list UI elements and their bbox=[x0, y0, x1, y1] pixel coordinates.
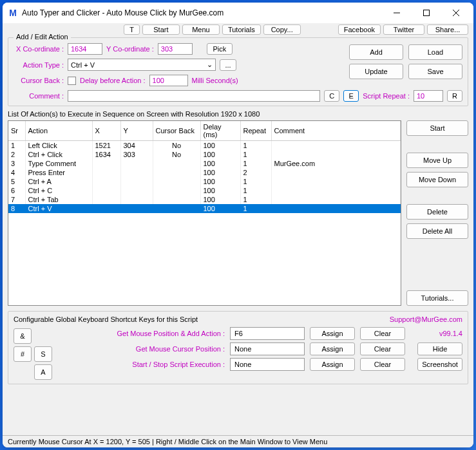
delay-input[interactable] bbox=[149, 75, 188, 86]
screenshot-button[interactable]: Screenshot bbox=[417, 358, 462, 371]
cell-x bbox=[92, 177, 120, 186]
table-row[interactable]: 5Ctrl + A1001 bbox=[8, 177, 401, 186]
tutorials-button[interactable]: Tutorials... bbox=[406, 290, 468, 306]
app-window: M Auto Typer and Clicker - Auto Mouse Cl… bbox=[3, 3, 473, 447]
add-button[interactable]: Add bbox=[349, 44, 403, 60]
th-sr[interactable]: Sr bbox=[8, 121, 25, 141]
cell-repeat: 1 bbox=[240, 204, 271, 213]
delete-all-button[interactable]: Delete All bbox=[406, 223, 468, 239]
table-row[interactable]: 7Ctrl + Tab1001 bbox=[8, 195, 401, 204]
maximize-button[interactable] bbox=[412, 3, 441, 23]
move-up-button[interactable]: Move Up bbox=[406, 153, 468, 168]
window-title: Auto Typer and Clicker - Auto Mouse Clic… bbox=[22, 8, 382, 17]
minimize-button[interactable] bbox=[382, 3, 412, 23]
sc2-assign[interactable]: Assign bbox=[310, 342, 355, 355]
cell-x bbox=[92, 204, 120, 213]
titlebar[interactable]: M Auto Typer and Clicker - Auto Mouse Cl… bbox=[3, 3, 473, 23]
cell-sr: 3 bbox=[8, 159, 25, 168]
x-label: X Co-ordinate : bbox=[14, 45, 64, 53]
cell-action: Ctrl + Click bbox=[25, 150, 92, 159]
table-row[interactable]: 3Type Comment1001MurGee.com bbox=[8, 159, 401, 168]
update-button[interactable]: Update bbox=[349, 64, 403, 79]
th-comment[interactable]: Comment bbox=[271, 121, 401, 141]
th-y[interactable]: Y bbox=[120, 121, 153, 141]
table-row[interactable]: 2Ctrl + Click1634303No1001 bbox=[8, 150, 401, 159]
sc1-input[interactable] bbox=[230, 327, 305, 340]
table-row[interactable]: 4Press Enter1002 bbox=[8, 168, 401, 177]
cell-y: 303 bbox=[120, 150, 153, 159]
load-button[interactable]: Load bbox=[408, 44, 462, 60]
move-down-button[interactable]: Move Down bbox=[406, 172, 468, 187]
hash-button[interactable]: # bbox=[14, 346, 32, 362]
cell-cb bbox=[153, 204, 200, 213]
sc1-assign[interactable]: Assign bbox=[310, 327, 355, 340]
cell-sr: 7 bbox=[8, 195, 25, 204]
close-button[interactable] bbox=[441, 3, 471, 23]
r-button[interactable]: R bbox=[447, 90, 462, 102]
table-row[interactable]: 8Ctrl + V1001 bbox=[8, 204, 401, 213]
version-label: v99.1.4 bbox=[439, 330, 462, 337]
x-input[interactable] bbox=[68, 43, 102, 55]
cell-x: 1634 bbox=[92, 150, 120, 159]
menu-button[interactable]: Menu bbox=[182, 24, 220, 35]
hide-button[interactable]: Hide bbox=[417, 342, 462, 355]
t-button[interactable]: T bbox=[124, 24, 140, 35]
y-input[interactable] bbox=[158, 43, 193, 55]
action-table[interactable]: Sr Action X Y Cursor Back Delay (ms) Rep… bbox=[8, 120, 401, 306]
e-button[interactable]: E bbox=[343, 90, 359, 102]
sc2-input[interactable] bbox=[230, 342, 305, 355]
save-button[interactable]: Save bbox=[408, 64, 462, 79]
cell-delay: 100 bbox=[200, 150, 240, 159]
cell-cb: No bbox=[153, 150, 200, 159]
start-tb-button[interactable]: Start bbox=[142, 24, 180, 35]
start-button[interactable]: Start bbox=[406, 120, 468, 136]
th-repeat[interactable]: Repeat bbox=[240, 121, 271, 141]
cell-cb bbox=[153, 195, 200, 204]
cell-delay: 100 bbox=[200, 159, 240, 168]
cell-cb: No bbox=[153, 141, 200, 151]
sc2-clear[interactable]: Clear bbox=[360, 342, 405, 355]
th-cursor-back[interactable]: Cursor Back bbox=[153, 121, 200, 141]
cell-comment bbox=[271, 177, 401, 186]
th-x[interactable]: X bbox=[92, 121, 120, 141]
sc3-input[interactable] bbox=[230, 358, 305, 371]
copy-button[interactable]: Copy... bbox=[263, 24, 301, 35]
twitter-button[interactable]: Twitter bbox=[383, 24, 424, 35]
cell-comment bbox=[271, 195, 401, 204]
sc1-label: Get Mouse Position & Add Action : bbox=[57, 330, 225, 337]
cell-sr: 5 bbox=[8, 177, 25, 186]
amp-button[interactable]: & bbox=[14, 328, 32, 344]
cell-x bbox=[92, 186, 120, 195]
table-row[interactable]: 1Left Click1521304No1001 bbox=[8, 141, 401, 151]
sc3-assign[interactable]: Assign bbox=[310, 358, 355, 371]
delete-button[interactable]: Delete bbox=[406, 204, 468, 220]
comment-input[interactable] bbox=[68, 90, 320, 102]
cursor-back-checkbox[interactable] bbox=[68, 77, 76, 85]
share-button[interactable]: Share... bbox=[427, 24, 468, 35]
action-type-select[interactable]: Ctrl + V ⌄ bbox=[68, 59, 216, 71]
cursor-back-label: Cursor Back : bbox=[14, 77, 64, 84]
table-row[interactable]: 6Ctrl + C1001 bbox=[8, 186, 401, 195]
cell-action: Ctrl + V bbox=[25, 204, 92, 213]
sc3-clear[interactable]: Clear bbox=[360, 358, 405, 371]
th-action[interactable]: Action bbox=[25, 121, 92, 141]
action-dots-button[interactable]: ... bbox=[220, 59, 236, 71]
facebook-button[interactable]: Facebook bbox=[338, 24, 381, 35]
cell-sr: 4 bbox=[8, 168, 25, 177]
cell-y bbox=[120, 168, 153, 177]
cell-y bbox=[120, 177, 153, 186]
s-button[interactable]: S bbox=[34, 346, 52, 362]
cell-x bbox=[92, 168, 120, 177]
script-repeat-input[interactable] bbox=[414, 90, 443, 102]
y-label: Y Co-ordinate : bbox=[106, 45, 154, 53]
a-button[interactable]: A bbox=[34, 364, 52, 380]
support-link[interactable]: Support@MurGee.com bbox=[390, 315, 462, 323]
th-delay[interactable]: Delay (ms) bbox=[200, 121, 240, 141]
c-button[interactable]: C bbox=[324, 90, 339, 102]
sc1-clear[interactable]: Clear bbox=[360, 327, 405, 340]
cell-y bbox=[120, 204, 153, 213]
tutorials-tb-button[interactable]: Tutorials bbox=[222, 24, 261, 35]
pick-button[interactable]: Pick bbox=[207, 43, 233, 55]
cell-repeat: 1 bbox=[240, 195, 271, 204]
cell-comment: MurGee.com bbox=[271, 159, 401, 168]
